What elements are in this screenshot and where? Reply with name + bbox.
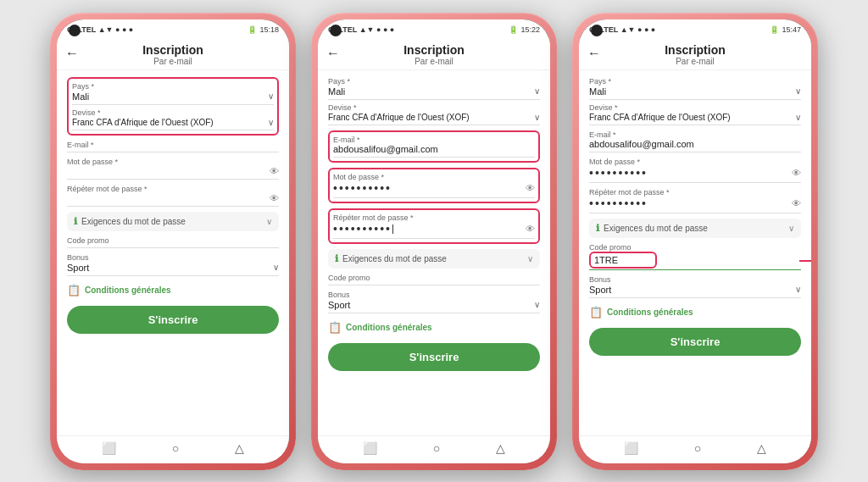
eye-icon[interactable]: 👁 bbox=[526, 183, 535, 193]
bottom-nav: ⬜ ○ △ bbox=[57, 435, 289, 463]
code-promo-value[interactable] bbox=[328, 282, 540, 285]
repeat-password-value[interactable]: •••••••••• 👁 bbox=[589, 197, 801, 213]
nav-circle-icon[interactable]: ○ bbox=[433, 441, 440, 455]
password-field-group: Mot de passe * •••••••••• 👁 bbox=[328, 168, 540, 203]
email-value[interactable] bbox=[67, 149, 279, 152]
conditions-link[interactable]: Conditions générales bbox=[346, 323, 432, 332]
register-button[interactable]: S'inscrire bbox=[67, 306, 279, 334]
eye-icon[interactable]: 👁 bbox=[270, 166, 279, 176]
document-icon: 📋 bbox=[67, 284, 81, 296]
back-button[interactable]: ← bbox=[587, 46, 601, 61]
bonus-text: Sport bbox=[589, 285, 611, 295]
bonus-field-group: Bonus Sport ∨ bbox=[589, 275, 801, 298]
bonus-text: Sport bbox=[67, 263, 89, 273]
eye-icon[interactable]: 👁 bbox=[792, 168, 801, 178]
repeat-password-label: Répéter mot de passe * bbox=[589, 188, 801, 197]
exigences-text: Exigences du mot de passe bbox=[342, 254, 523, 263]
conditions-link[interactable]: Conditions générales bbox=[607, 307, 693, 317]
info-icon: ℹ bbox=[74, 216, 77, 227]
pays-label: Pays * bbox=[72, 82, 274, 91]
devise-field-group: Devise * Franc CFA d'Afrique de l'Ouest … bbox=[589, 103, 801, 125]
devise-value[interactable]: Franc CFA d'Afrique de l'Ouest (XOF) ∨ bbox=[589, 113, 801, 125]
devise-value[interactable]: Franc CFA d'Afrique de l'Ouest (XOF) ∨ bbox=[328, 113, 540, 125]
exigences-row[interactable]: ℹ Exigences du mot de passe ∨ bbox=[67, 212, 279, 231]
devise-label: Devise * bbox=[328, 103, 540, 112]
pays-chevron-icon: ∨ bbox=[268, 91, 274, 101]
pays-label: Pays * bbox=[328, 77, 540, 86]
nav-triangle-icon[interactable]: △ bbox=[757, 441, 766, 455]
repeat-password-dots: •••••••••• bbox=[589, 197, 648, 210]
bonus-chevron-icon: ∨ bbox=[273, 263, 279, 272]
bonus-value[interactable]: Sport ∨ bbox=[67, 263, 279, 276]
email-text: abdousalifou@gmail.com bbox=[589, 139, 694, 149]
conditions-row[interactable]: 📋 Conditions générales bbox=[589, 303, 801, 321]
register-button[interactable]: S'inscrire bbox=[328, 343, 540, 371]
pays-value[interactable]: Mali ∨ bbox=[589, 86, 801, 100]
pays-value[interactable]: Mali ∨ bbox=[328, 86, 540, 100]
exigences-row[interactable]: ℹ Exigences du mot de passe ∨ bbox=[589, 219, 801, 238]
back-button[interactable]: ← bbox=[326, 46, 340, 61]
repeat-eye-icon[interactable]: 👁 bbox=[792, 198, 801, 208]
bonus-label: Bonus bbox=[328, 291, 540, 299]
pays-value[interactable]: Mali ∨ bbox=[72, 91, 274, 105]
repeat-eye-icon[interactable]: 👁 bbox=[270, 193, 279, 203]
bonus-label: Bonus bbox=[589, 275, 801, 284]
repeat-password-value[interactable]: 👁 bbox=[67, 193, 279, 207]
form-area: Pays * Mali ∨ Devise * Franc CFA d bbox=[318, 70, 550, 435]
nav-square-icon[interactable]: ⬜ bbox=[624, 441, 638, 455]
phone-1: CELTEL ▲▼ ● ● ● 🔋 15:18 ← Inscription Pa… bbox=[50, 13, 296, 470]
app-header: ← Inscription Par e-mail bbox=[579, 38, 811, 70]
password-value[interactable]: •••••••••• 👁 bbox=[589, 166, 801, 183]
repeat-password-value[interactable]: •••••••••• 👁 bbox=[333, 222, 535, 239]
exigences-chevron-icon: ∨ bbox=[527, 254, 533, 263]
code-promo-wrapper bbox=[67, 245, 279, 248]
devise-chevron-icon: ∨ bbox=[795, 113, 801, 122]
code-promo-value[interactable]: 1TRE bbox=[589, 252, 657, 269]
nav-square-icon[interactable]: ⬜ bbox=[363, 441, 377, 455]
exigences-chevron-icon: ∨ bbox=[788, 224, 794, 233]
exigences-row[interactable]: ℹ Exigences du mot de passe ∨ bbox=[328, 249, 540, 269]
arrow-indicator bbox=[799, 257, 811, 265]
repeat-password-field-group: Répéter mot de passe * 👁 bbox=[67, 185, 279, 207]
status-bar: CELTEL ▲▼ ● ● ● 🔋 15:22 bbox=[318, 19, 550, 38]
info-icon: ℹ bbox=[335, 253, 338, 264]
email-value[interactable]: abdousalifou@gmail.com bbox=[333, 144, 535, 158]
devise-label: Devise * bbox=[72, 108, 274, 117]
devise-value[interactable]: Franc CFA d'Afrique de l'Ouest (XOF) ∨ bbox=[72, 118, 274, 130]
repeat-eye-icon[interactable]: 👁 bbox=[526, 224, 535, 234]
nav-triangle-icon[interactable]: △ bbox=[235, 441, 244, 455]
bonus-value[interactable]: Sport ∨ bbox=[328, 300, 540, 313]
nav-square-icon[interactable]: ⬜ bbox=[102, 441, 116, 455]
code-promo-value[interactable] bbox=[67, 245, 279, 248]
document-icon: 📋 bbox=[328, 321, 342, 334]
pays-text: Mali bbox=[328, 86, 345, 97]
status-right: 🔋 15:22 bbox=[509, 25, 540, 34]
battery-icon: 🔋 bbox=[248, 25, 257, 34]
page-title: Inscription bbox=[57, 43, 289, 57]
email-value[interactable]: abdousalifou@gmail.com bbox=[589, 139, 801, 152]
nav-triangle-icon[interactable]: △ bbox=[496, 441, 505, 455]
bonus-value[interactable]: Sport ∨ bbox=[589, 285, 801, 298]
conditions-row[interactable]: 📋 Conditions générales bbox=[67, 281, 279, 299]
code-promo-field-group: Code promo bbox=[67, 236, 279, 248]
country-currency-group: Pays * Mali ∨ Devise * Franc CFA d bbox=[589, 77, 801, 125]
password-label: Mot de passe * bbox=[67, 158, 279, 166]
form-area: Pays * Mali ∨ Devise * Franc CFA d bbox=[57, 70, 289, 435]
email-field-group: E-mail * abdousalifou@gmail.com bbox=[589, 130, 801, 152]
password-value[interactable]: •••••••••• 👁 bbox=[333, 181, 535, 198]
conditions-row[interactable]: 📋 Conditions générales bbox=[328, 319, 540, 336]
password-label: Mot de passe * bbox=[333, 173, 535, 181]
camera-punch-hole bbox=[591, 25, 603, 36]
nav-circle-icon[interactable]: ○ bbox=[694, 441, 701, 455]
conditions-link[interactable]: Conditions générales bbox=[85, 285, 171, 295]
password-value[interactable]: 👁 bbox=[67, 166, 279, 180]
bottom-nav: ⬜ ○ △ bbox=[579, 435, 811, 463]
register-button[interactable]: S'inscrire bbox=[589, 328, 801, 356]
back-button[interactable]: ← bbox=[65, 46, 79, 61]
password-field-group: Mot de passe * •••••••••• 👁 bbox=[589, 158, 801, 183]
devise-chevron-icon: ∨ bbox=[534, 113, 540, 122]
phones-container: CELTEL ▲▼ ● ● ● 🔋 15:18 ← Inscription Pa… bbox=[0, 4, 868, 479]
nav-circle-icon[interactable]: ○ bbox=[172, 441, 179, 455]
devise-chevron-icon: ∨ bbox=[268, 118, 274, 127]
screen: ← Inscription Par e-mail Pays * Mali bbox=[318, 38, 550, 463]
